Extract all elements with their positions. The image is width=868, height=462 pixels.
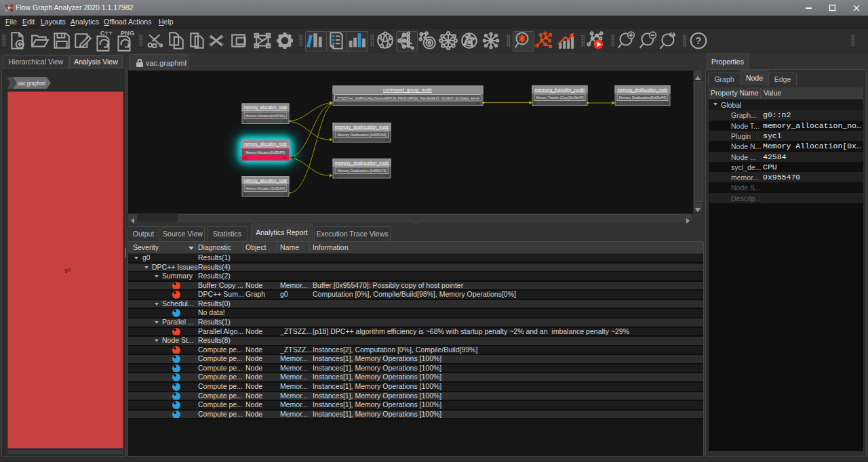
svg-text:p0: p0 — [384, 139, 389, 142]
svg-text:p0: p0 — [384, 175, 389, 178]
svg-text:memory_transfer_node: memory_transfer_node — [535, 87, 585, 93]
svg-text:p0: p0 — [334, 139, 338, 142]
svg-text:p0: p0 — [534, 102, 538, 105]
svg-text:command_group_node: command_group_node — [383, 87, 432, 93]
svg-text:p0: p0 — [243, 156, 248, 160]
svg-text:p0: p0 — [616, 102, 620, 105]
svg-text:memory_deallocation_node: memory_deallocation_node — [618, 87, 668, 93]
svg-text:Memory Allocation[0x955360]: Memory Allocation[0x955360] — [246, 114, 285, 118]
svg-text:memory_allocation_node: memory_allocation_node — [244, 178, 288, 184]
svg-text:p0: p0 — [334, 102, 338, 105]
svg-text:?: ? — [695, 35, 701, 46]
svg-text:memory_allocation_node: memory_allocation_node — [244, 105, 288, 110]
svg-text:Memory Allocation [0x65cf40]: Memory Allocation [0x65cf40] — [246, 186, 285, 190]
svg-text:_ZTSZZ7vec_addRN2cl4sycl5queue: _ZTSZZ7vec_addRN2cl4sycl5queueEPiKS4_PfE… — [335, 96, 479, 100]
svg-text:C++: C++ — [100, 29, 113, 37]
svg-text:p0: p0 — [477, 102, 481, 105]
svg-text:p0: p0 — [283, 193, 288, 196]
svg-text:p0: p0 — [283, 156, 287, 160]
svg-text:Memory Allocation(0x955470): Memory Allocation(0x955470) — [246, 150, 285, 154]
svg-text:p0: p0 — [334, 175, 338, 178]
svg-text:p0: p0 — [664, 102, 668, 105]
svg-text:Memory Deallocation [0x955260]: Memory Deallocation [0x955260] — [338, 133, 387, 137]
svg-text:PNG: PNG — [121, 29, 134, 37]
svg-text:memory_deallocation_node: memory_deallocation_node — [335, 161, 389, 166]
svg-text:Memory Transfer (Copy)[0x65cf4: Memory Transfer (Copy)[0x65cf40] — [536, 96, 584, 100]
svg-text:Memory Deallocation [0x955470]: Memory Deallocation [0x955470] — [338, 169, 387, 173]
svg-text:Memory Deallocation[0x65cf40]: Memory Deallocation[0x65cf40] — [619, 96, 667, 100]
svg-text:vac.graphml: vac.graphml — [18, 80, 45, 87]
svg-text:p0: p0 — [243, 193, 248, 196]
svg-text:memory_deallocation_node: memory_deallocation_node — [335, 125, 389, 130]
svg-text:p0: p0 — [243, 120, 248, 123]
svg-text:p0: p0 — [283, 120, 288, 123]
svg-text:p0: p0 — [581, 102, 585, 105]
svg-text:memory_allocation_node: memory_allocation_node — [244, 142, 288, 147]
